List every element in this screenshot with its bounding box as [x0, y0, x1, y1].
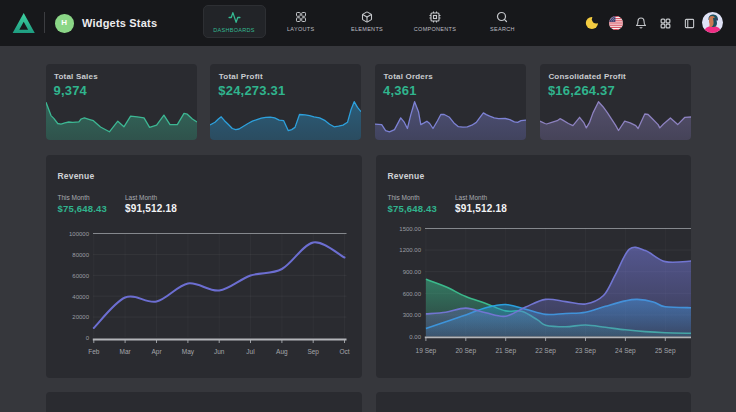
svg-text:0: 0: [85, 335, 89, 341]
svg-text:20 Sep: 20 Sep: [455, 347, 476, 355]
svg-text:Apr: Apr: [151, 348, 162, 356]
svg-text:23 Sep: 23 Sep: [575, 347, 596, 355]
svg-text:24 Sep: 24 Sep: [615, 347, 636, 355]
svg-text:Feb: Feb: [88, 348, 100, 355]
svg-text:Oct: Oct: [339, 348, 349, 355]
svg-text:25 Sep: 25 Sep: [654, 347, 675, 355]
svg-text:1500.00: 1500.00: [399, 226, 421, 232]
svg-text:Mar: Mar: [119, 348, 131, 355]
svg-text:19 Sep: 19 Sep: [415, 347, 436, 355]
svg-text:0.00: 0.00: [409, 334, 421, 340]
svg-text:100000: 100000: [68, 231, 89, 237]
svg-text:900.00: 900.00: [402, 269, 421, 275]
svg-text:Jun: Jun: [213, 348, 224, 355]
svg-text:22 Sep: 22 Sep: [535, 347, 556, 355]
svg-text:40000: 40000: [72, 294, 89, 300]
svg-text:20000: 20000: [72, 314, 89, 320]
svg-text:300.00: 300.00: [402, 312, 421, 318]
svg-text:600.00: 600.00: [402, 291, 421, 297]
svg-text:1200.00: 1200.00: [399, 247, 421, 253]
svg-text:Jul: Jul: [246, 348, 255, 355]
svg-text:80000: 80000: [72, 252, 89, 258]
svg-text:21 Sep: 21 Sep: [495, 347, 516, 355]
svg-text:60000: 60000: [72, 273, 89, 279]
svg-text:Sep: Sep: [307, 348, 319, 356]
svg-text:May: May: [181, 348, 194, 356]
svg-text:Aug: Aug: [276, 348, 288, 356]
